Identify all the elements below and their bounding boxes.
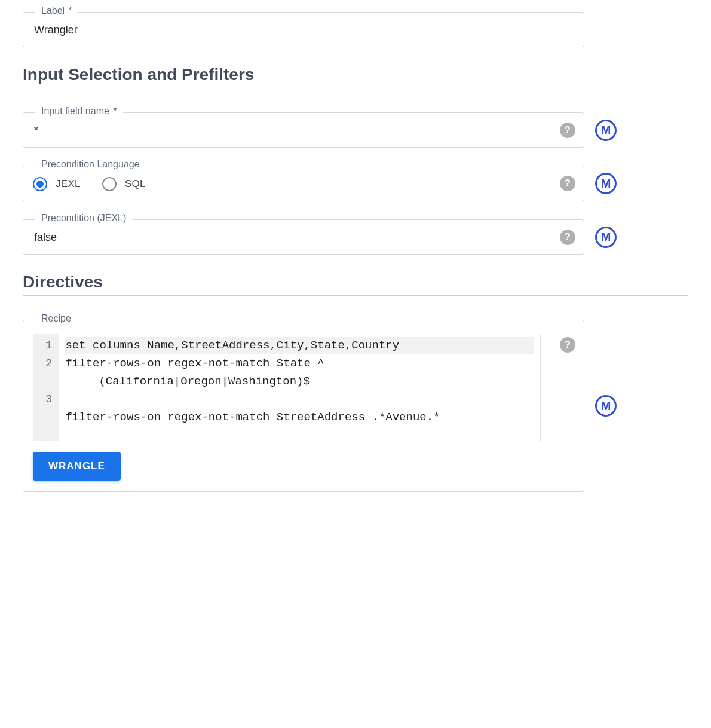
section-heading-input-selection: Input Selection and Prefilters [23,65,688,84]
input-field-name-legend: Input field name * [35,106,123,117]
label-input[interactable] [33,23,574,37]
section-heading-directives: Directives [23,273,688,292]
input-field-name-label: Input field name [41,106,109,116]
precondition-jexl-fieldset: Precondition (JEXL) ? [23,219,584,255]
macro-icon[interactable]: M [595,173,617,194]
label-text: Label [41,5,65,16]
section-rule [23,88,688,88]
macro-icon[interactable]: M [595,395,617,417]
radio-circle [102,177,117,191]
radio-option-sql[interactable]: SQL [102,177,146,191]
help-icon[interactable]: ? [560,123,575,138]
recipe-fieldset: Recipe 1 2 3 set columns Name,StreetAddr… [23,320,584,492]
precondition-jexl-legend: Precondition (JEXL) [35,213,132,224]
label-legend: Label * [35,5,78,16]
section-rule [23,295,688,296]
precondition-language-radio-group: JEXL SQL [33,177,574,191]
macro-icon[interactable]: M [595,227,617,248]
radio-dot [36,181,44,188]
radio-circle [33,177,47,191]
input-field-name-fieldset: Input field name * ? [23,112,584,148]
required-asterisk: * [113,106,117,116]
precondition-jexl-input[interactable] [33,231,550,244]
recipe-editor[interactable]: 1 2 3 set columns Name,StreetAddress,Cit… [33,334,541,441]
help-icon[interactable]: ? [560,230,575,245]
input-field-name-input[interactable] [33,124,550,137]
help-icon[interactable]: ? [560,176,575,191]
help-icon[interactable]: ? [560,337,575,353]
required-asterisk: * [69,5,72,16]
recipe-legend: Recipe [35,313,77,324]
radio-label-sql: SQL [125,178,146,190]
radio-label-jexl: JEXL [56,178,81,190]
macro-icon[interactable]: M [595,120,617,141]
wrangle-button[interactable]: WRANGLE [33,452,121,481]
precondition-language-fieldset: Precondition Language JEXL SQL ? [23,166,584,201]
recipe-lines[interactable]: set columns Name,StreetAddress,City,Stat… [59,334,540,441]
recipe-gutter: 1 2 3 [33,334,59,441]
radio-option-jexl[interactable]: JEXL [33,177,81,191]
precondition-language-legend: Precondition Language [35,159,146,170]
label-fieldset: Label * [23,12,584,47]
